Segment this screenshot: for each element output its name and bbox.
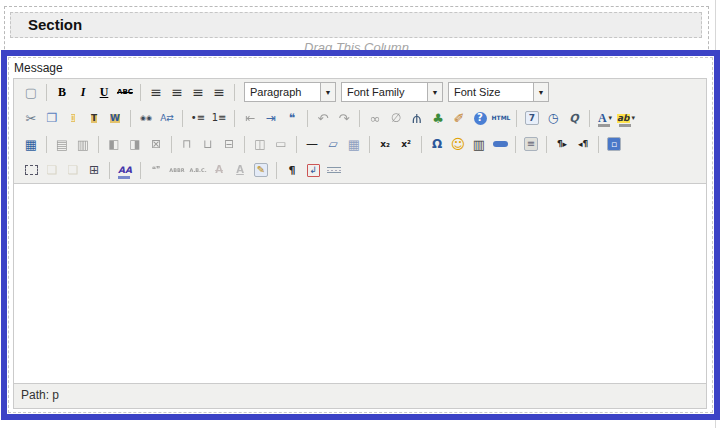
style-properties-button[interactable]: AA (115, 160, 135, 180)
delete-row-icon: ⊟ (224, 138, 234, 150)
toolbar-separator (171, 136, 172, 153)
underline-icon: U (100, 86, 109, 98)
visual-aid-button[interactable]: ▦ (344, 134, 364, 154)
insert-layer-button[interactable] (21, 160, 41, 180)
superscript-button[interactable]: x² (396, 134, 416, 154)
preview-icon: Q (569, 113, 578, 124)
highlight-color-dropdown-arrow-icon[interactable]: ▾ (632, 114, 636, 122)
page-break-button[interactable] (324, 160, 344, 180)
bullet-list-button[interactable]: •≡ (188, 108, 208, 128)
message-field-container[interactable]: Message ▢BIUABC≡≡≡≡Paragraph▼Font Family… (1, 50, 720, 420)
format-select[interactable]: Paragraph▼ (244, 82, 336, 102)
horizontal-rule-icon: — (306, 138, 318, 150)
outdent-button: ⇤ (240, 108, 260, 128)
visual-chars-button[interactable]: ¶ (282, 160, 302, 180)
insert-time-button[interactable]: ◷ (543, 108, 563, 128)
emotions-button[interactable]: ☺ (448, 134, 468, 154)
strikethrough-button[interactable]: ABC (115, 82, 135, 102)
replace-button[interactable]: A⇄ (157, 108, 177, 128)
subscript-icon: x₂ (380, 140, 390, 149)
delete-column-button: ⊠ (146, 134, 166, 154)
html-source-button[interactable]: HTML (491, 108, 511, 128)
remove-format-button[interactable]: ▱ (323, 134, 343, 154)
numbered-list-button[interactable]: 1≡ (209, 108, 229, 128)
anchor-button[interactable]: Ψ (407, 108, 427, 128)
undo-icon: ↶ (318, 112, 329, 125)
toolbar-row-4: ❏❏⊞AA❝❞ABBRA.B.C.AA✎¶↲ (14, 157, 706, 183)
highlight-color-button[interactable]: ab▾ (616, 108, 636, 128)
new-document-button[interactable]: ▢ (21, 82, 41, 102)
print-button[interactable]: ≡ (521, 134, 541, 154)
toolbar-separator (589, 110, 590, 127)
subscript-button[interactable]: x₂ (375, 134, 395, 154)
section-header[interactable]: Section (10, 12, 702, 38)
paste-word-button[interactable]: W (105, 108, 125, 128)
absolute-position-icon: ⊞ (89, 164, 99, 176)
bold-button[interactable]: B (52, 82, 72, 102)
paste-text-icon: T (91, 114, 97, 123)
insert-layer-icon (25, 165, 38, 175)
editor-content-area[interactable] (14, 183, 706, 384)
font-size-select[interactable]: Font Size▼ (448, 82, 549, 102)
advanced-hr-button[interactable] (490, 134, 510, 154)
format-select-arrow-icon[interactable]: ▼ (321, 82, 336, 102)
align-center-button[interactable]: ≡ (167, 82, 187, 102)
horizontal-rule-button[interactable]: — (302, 134, 322, 154)
text-color-button[interactable]: A▾ (595, 108, 615, 128)
paste-icon: ▯ (71, 114, 75, 122)
toolbar-row-2: ✂❐▯TW◉◉A⇄•≡1≡⇤⇥❝↶↷∞∅Ψ♣✐?HTML7◷QA▾ab▾ (14, 105, 706, 131)
remove-format-icon: ▱ (328, 138, 337, 150)
media-button[interactable]: ▥ (469, 134, 489, 154)
help-button[interactable]: ? (470, 108, 490, 128)
insert-date-button[interactable]: 7 (522, 108, 542, 128)
copy-button[interactable]: ❐ (42, 108, 62, 128)
align-justify-button[interactable]: ≡ (209, 82, 229, 102)
toolbar-separator (130, 110, 131, 127)
blockquote-button[interactable]: ❝ (282, 108, 302, 128)
absolute-position-button[interactable]: ⊞ (84, 160, 104, 180)
rtl-button[interactable]: ◂¶ (573, 134, 593, 154)
underline-button[interactable]: U (94, 82, 114, 102)
toolbar-separator (182, 110, 183, 127)
visual-aid-icon: ▦ (348, 138, 360, 151)
insert-row-before-icon: ⊓ (182, 138, 191, 150)
link-icon: ∞ (370, 112, 381, 125)
search-button[interactable]: ◉◉ (136, 108, 156, 128)
align-left-button[interactable]: ≡ (146, 82, 166, 102)
cut-button[interactable]: ✂ (21, 108, 41, 128)
font-family-select-value: Font Family (341, 82, 428, 102)
delete-column-icon: ⊠ (151, 138, 161, 150)
attributes-button[interactable]: ✎ (251, 160, 271, 180)
fullscreen-button[interactable]: ▫ (604, 134, 624, 154)
insert-date-icon: 7 (525, 111, 539, 125)
insert-table-button[interactable]: ▦ (21, 134, 41, 154)
indent-button[interactable]: ⇥ (261, 108, 281, 128)
nonbreaking-space-button[interactable]: ↲ (303, 160, 323, 180)
text-color-dropdown-arrow-icon[interactable]: ▾ (609, 114, 613, 122)
acronym-icon: A.B.C. (189, 168, 206, 173)
font-family-select-arrow-icon[interactable]: ▼ (428, 82, 443, 102)
split-cells-icon: ◫ (254, 138, 265, 150)
font-family-select[interactable]: Font Family▼ (341, 82, 443, 102)
image-button[interactable]: ♣ (428, 108, 448, 128)
replace-icon: A⇄ (160, 114, 174, 123)
italic-icon: I (81, 86, 86, 98)
ltr-button[interactable]: ¶▸ (552, 134, 572, 154)
align-right-button[interactable]: ≡ (188, 82, 208, 102)
deletion-icon: A (215, 165, 223, 175)
preview-button[interactable]: Q (564, 108, 584, 128)
toolbar-separator (421, 136, 422, 153)
insert-row-after-icon: ⊔ (203, 138, 212, 150)
insert-time-icon: ◷ (548, 112, 558, 124)
paste-button[interactable]: ▯ (63, 108, 83, 128)
special-char-button[interactable]: Ω (427, 134, 447, 154)
paste-text-button[interactable]: T (84, 108, 104, 128)
italic-button[interactable]: I (73, 82, 93, 102)
rich-text-editor: ▢BIUABC≡≡≡≡Paragraph▼Font Family▼Font Si… (13, 78, 707, 409)
editor-status-bar: Path: p (14, 384, 706, 406)
align-left-icon: ≡ (150, 85, 162, 99)
cleanup-button[interactable]: ✐ (449, 108, 469, 128)
insert-column-before-button: ◧ (104, 134, 124, 154)
font-size-select-arrow-icon[interactable]: ▼ (534, 82, 549, 102)
ltr-icon: ¶▸ (557, 140, 567, 149)
